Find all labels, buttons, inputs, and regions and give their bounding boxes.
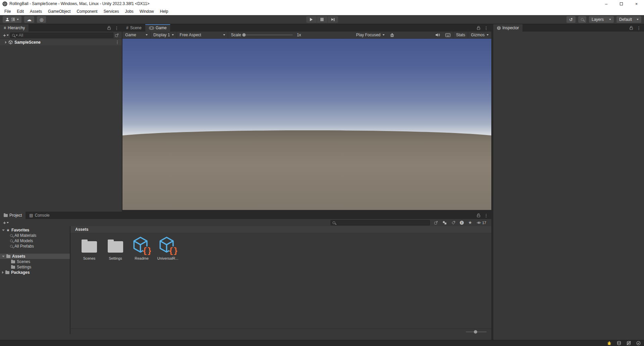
thumbnail-zoom-slider[interactable] — [466, 332, 487, 332]
aspect-ratio-dropdown[interactable]: Free Aspect — [177, 32, 228, 38]
tree-item-all-models[interactable]: All Models — [0, 238, 70, 244]
chevron-down-icon — [487, 34, 489, 36]
play-button[interactable] — [306, 16, 316, 23]
stats-toggle[interactable]: Stats — [453, 32, 468, 38]
folder-icon — [5, 271, 9, 274]
cache-server-disabled-icon[interactable] — [627, 341, 631, 345]
kebab-menu-icon[interactable]: ⋮ — [114, 26, 119, 30]
kebab-menu-icon[interactable]: ⋮ — [484, 26, 488, 30]
kebab-menu-icon[interactable]: ⋮ — [637, 26, 641, 30]
foldout-arrow-icon[interactable] — [5, 41, 7, 44]
tree-label: All Models — [14, 239, 33, 243]
asset-tile-universalrp[interactable]: {} UniversalR... — [155, 236, 181, 260]
lock-icon[interactable] — [477, 26, 480, 30]
project-toolbar-icons: ! ★ 17 — [434, 220, 490, 225]
menu-edit[interactable]: Edit — [14, 7, 27, 15]
step-button[interactable] — [328, 16, 338, 23]
search-icon — [581, 18, 584, 21]
svg-text:{}: {} — [168, 246, 177, 255]
history-icon: ↺ — [569, 17, 573, 22]
layers-dropdown[interactable]: Layers — [589, 16, 614, 23]
menu-jobs[interactable]: Jobs — [122, 7, 136, 15]
inspector-panel: i Inspector ⋮ — [493, 24, 644, 340]
zoom-slider-handle[interactable] — [474, 330, 477, 334]
scale-slider-handle[interactable] — [242, 33, 246, 37]
menu-help[interactable]: Help — [157, 7, 171, 15]
folder-icon — [6, 255, 10, 258]
version-control-button[interactable]: ◎ — [37, 16, 46, 23]
menu-window[interactable]: Window — [137, 7, 157, 15]
menu-component[interactable]: Component — [73, 7, 100, 15]
layout-dropdown[interactable]: Default — [616, 16, 641, 23]
tree-item-scenes[interactable]: Scenes — [0, 259, 70, 264]
pause-button[interactable] — [317, 16, 327, 23]
hierarchy-search-input[interactable]: All — [10, 33, 113, 38]
favorites-filter-icon[interactable]: ★ — [468, 220, 472, 225]
foldout-arrow-icon[interactable] — [2, 256, 5, 257]
asset-tile-readme[interactable]: {} Readme — [129, 236, 154, 260]
tab-scene[interactable]: # Scene — [122, 24, 145, 32]
lock-icon[interactable] — [477, 213, 480, 217]
hierarchy-tree: SampleScene ⋮ — [0, 39, 122, 45]
warning-filter-icon[interactable]: ! — [460, 221, 464, 225]
gizmos-dropdown[interactable]: Gizmos — [468, 32, 491, 38]
tree-item-favorites[interactable]: ★ Favorites — [0, 227, 70, 233]
foldout-arrow-icon[interactable] — [2, 229, 5, 231]
debug-attach-icon[interactable] — [607, 341, 611, 345]
filter-by-type-icon[interactable] — [442, 221, 447, 225]
filter-by-label-icon[interactable] — [451, 221, 455, 225]
asset-tile-scenes[interactable]: Scenes — [77, 236, 102, 260]
scene-row-samplescene[interactable]: SampleScene ⋮ — [0, 39, 122, 45]
account-dropdown[interactable]: 須 — [3, 16, 21, 23]
tree-label: All Prefabs — [14, 244, 34, 249]
tab-inspector[interactable]: i Inspector — [493, 24, 523, 32]
ground-plane — [122, 130, 491, 210]
input-debug-button[interactable] — [443, 32, 453, 38]
menu-gameobject[interactable]: GameObject — [45, 7, 73, 15]
create-asset-button[interactable]: + — [2, 220, 10, 225]
menu-assets[interactable]: Assets — [27, 7, 45, 15]
tree-item-assets[interactable]: Assets — [0, 254, 70, 259]
mute-audio-button[interactable] — [433, 32, 443, 38]
asset-label: UniversalR... — [157, 256, 179, 260]
game-view-render[interactable] — [122, 39, 491, 210]
play-focus-dropdown[interactable]: Play Focused — [353, 32, 387, 38]
progress-check-icon[interactable] — [636, 341, 641, 345]
asset-tile-settings[interactable]: Settings — [103, 236, 128, 260]
window-picker-button[interactable] — [113, 33, 120, 37]
kebab-menu-icon[interactable]: ⋮ — [115, 40, 119, 44]
close-button[interactable]: × — [629, 0, 644, 7]
minimize-button[interactable]: – — [599, 0, 614, 7]
tree-item-packages[interactable]: Packages — [0, 270, 70, 275]
open-window-icon — [115, 33, 119, 37]
kebab-menu-icon[interactable]: ⋮ — [484, 213, 488, 218]
scale-slider[interactable] — [243, 35, 293, 35]
undo-history-button[interactable]: ↺ — [566, 16, 576, 23]
tab-project[interactable]: Project — [0, 212, 26, 219]
project-search-input[interactable] — [331, 220, 430, 225]
cloud-services-button[interactable]: ☁ — [24, 16, 34, 23]
tab-hierarchy[interactable]: ≡ Hierarchy — [0, 24, 29, 32]
display-dropdown[interactable]: Display 1 — [151, 32, 177, 38]
menu-services[interactable]: Services — [100, 7, 122, 15]
lock-icon[interactable] — [107, 26, 111, 30]
project-tree: ★ Favorites All Materials All Models All… — [0, 226, 70, 334]
frame-debugger-button[interactable] — [387, 32, 397, 38]
tree-item-all-prefabs[interactable]: All Prefabs — [0, 244, 70, 249]
lock-icon[interactable] — [630, 26, 633, 30]
scale-label: Scale — [231, 33, 241, 37]
foldout-arrow-icon[interactable] — [2, 271, 4, 274]
tree-item-settings[interactable]: Settings — [0, 264, 70, 270]
tree-item-all-materials[interactable]: All Materials — [0, 233, 70, 238]
display-mode-dropdown[interactable]: Game — [122, 32, 151, 38]
hidden-packages-toggle[interactable]: 17 — [477, 221, 486, 225]
tab-console[interactable]: ▤ Console — [26, 212, 53, 219]
tab-game[interactable]: Game — [145, 24, 170, 32]
create-button[interactable]: + — [2, 32, 10, 38]
open-window-icon[interactable] — [434, 221, 438, 225]
menu-file[interactable]: File — [1, 7, 14, 15]
cache-server-icon[interactable] — [617, 341, 621, 345]
maximize-button[interactable] — [614, 0, 629, 7]
search-button[interactable] — [578, 16, 586, 23]
project-body: ★ Favorites All Materials All Models All… — [0, 226, 491, 334]
